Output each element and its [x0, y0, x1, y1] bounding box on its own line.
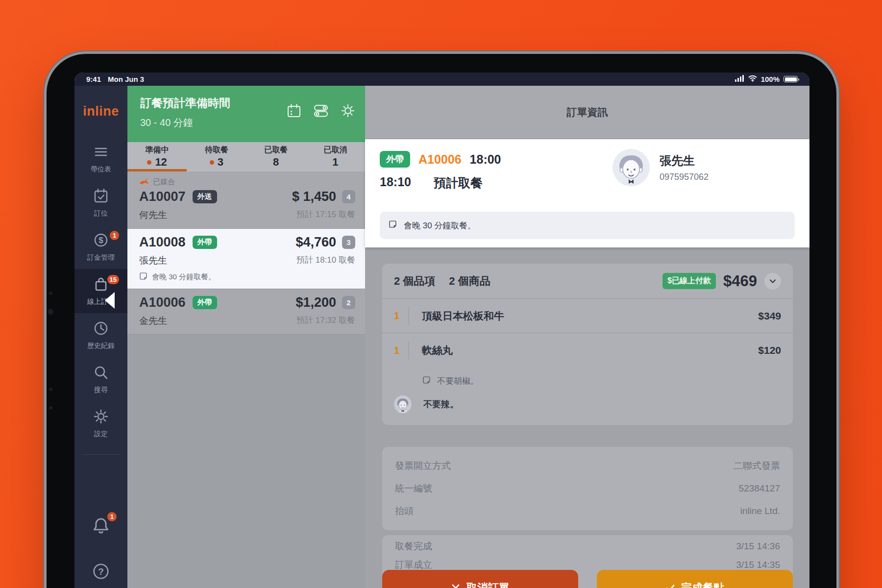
- order-row-a10008[interactable]: A10008 外帶 $4,760 3 張先生 預計 18:10 取餐: [127, 229, 365, 289]
- invoice-row: 抬頭 inline Ltd.: [395, 500, 780, 522]
- gear-icon[interactable]: [341, 103, 355, 120]
- pickup-eta: 預計 18:10 取餐: [296, 254, 355, 267]
- list-empty-area: [127, 335, 365, 588]
- check-icon: [665, 583, 675, 588]
- line-item-row: 1 軟絲丸 $120: [382, 333, 793, 368]
- order-id: A10006: [139, 295, 186, 310]
- sidebar-item-history[interactable]: 歷史紀錄: [74, 313, 127, 357]
- sidebar-divider: [81, 454, 121, 455]
- history-clock-icon: [93, 320, 109, 338]
- tab-preparing[interactable]: 準備中 12: [127, 142, 187, 172]
- deposit-badge: 1: [110, 231, 119, 240]
- pickup-eta: 預計 17:15 取餐: [296, 209, 355, 221]
- order-price: $1,200: [295, 295, 336, 310]
- chevron-down-icon: [769, 277, 777, 285]
- order-row-a10006[interactable]: A10006 外帶 $1,200 2 金先生 預計 17:32 取餐: [127, 289, 365, 335]
- order-list-panel: 訂餐預計準備時間 30 - 40 分鐘: [127, 86, 365, 588]
- selected-section-pointer: [105, 292, 115, 309]
- help-button[interactable]: ?: [74, 562, 127, 583]
- order-note-banner: 會晚 30 分鐘取餐。: [380, 212, 795, 239]
- wifi-icon: [748, 75, 757, 83]
- item-quantity: 1: [394, 345, 404, 356]
- timeline-row: 取餐完成 3/15 14:36: [395, 537, 780, 556]
- item-note-text: 不要胡椒。: [437, 375, 479, 387]
- order-row-a10007[interactable]: 已媒合 A10007 外送 $ 1,450 4 何先生 預計 17:15 取餐: [127, 172, 365, 229]
- divider: [409, 342, 409, 359]
- help-icon: ?: [92, 562, 110, 583]
- camera-dot: [49, 292, 52, 295]
- note-icon: [389, 220, 397, 231]
- search-icon: [93, 365, 109, 382]
- order-detail-panel: 訂單資訊 外帶 A10006 18:00 18:10 預計取餐: [365, 86, 809, 588]
- delivery-bird-icon: [139, 177, 148, 187]
- line-item-row: 1 頂級日本松板和牛 $349: [382, 299, 793, 333]
- toggles-settings-icon[interactable]: [314, 103, 328, 120]
- clock-date: Mon Jun 3: [108, 75, 144, 83]
- item-name: 軟絲丸: [422, 343, 453, 357]
- online-order-bag-icon: [93, 276, 109, 294]
- sidebar-item-search[interactable]: 搜尋: [74, 357, 127, 401]
- detail-customer-phone[interactable]: 0975957062: [660, 172, 709, 182]
- new-pickup-time: 18:10: [380, 175, 411, 191]
- detail-order-id: A10006: [418, 152, 462, 167]
- note-icon: [422, 376, 431, 387]
- expand-total-button[interactable]: [764, 273, 781, 290]
- order-type-badge: 外送: [193, 190, 217, 203]
- order-status-tabs: 準備中 12 待取餐 3 已取餐 8 已取消 1: [127, 142, 365, 172]
- sidebar-item-seating[interactable]: 帶位表: [74, 137, 127, 181]
- sidebar-item-deposits[interactable]: $ 1 訂金管理: [74, 225, 127, 269]
- alert-dot: [210, 160, 214, 165]
- notifications-button[interactable]: 1: [74, 516, 127, 537]
- x-icon: [451, 583, 461, 588]
- timeline-value: 3/15 14:36: [736, 541, 780, 552]
- item-price: $120: [758, 344, 781, 356]
- svg-text:?: ?: [98, 566, 104, 577]
- matched-label: 已媒合: [153, 177, 175, 187]
- sidebar-item-online-orders[interactable]: 15 線上訂餐: [74, 269, 127, 313]
- order-summary-row: 2 個品項 2 個商品 $已線上付款 $469: [382, 264, 793, 299]
- invoice-card: 發票開立方式 二聯式發票 統一編號 52384127 抬頭 inline Ltd…: [382, 447, 793, 530]
- complete-order-button[interactable]: 完成餐點: [597, 570, 793, 588]
- item-notes: 不要胡椒。: [382, 368, 793, 425]
- tab-cancelled[interactable]: 已取消 1: [306, 142, 365, 172]
- item-count-chip: 4: [342, 190, 355, 203]
- original-pickup-time: 18:00: [470, 152, 501, 167]
- reservation-calendar-icon: [93, 188, 109, 205]
- order-id: A10007: [139, 189, 186, 204]
- item-count: 2 個品項: [394, 274, 435, 289]
- customer-note-text: 不要辣。: [423, 398, 459, 410]
- sidebar-item-label: 設定: [94, 430, 108, 439]
- microphone-dot: [49, 388, 52, 391]
- customer-name: 何先生: [139, 209, 167, 221]
- order-type-badge: 外帶: [193, 236, 217, 249]
- sidebar: inline 帶位表 訂位: [74, 86, 127, 588]
- invoice-row: 發票開立方式 二聯式發票: [395, 455, 780, 477]
- tab-picked-up[interactable]: 已取餐 8: [246, 142, 306, 172]
- invoice-row: 統一編號 52384127: [395, 477, 780, 500]
- svg-text:$: $: [98, 236, 103, 245]
- pickup-eta: 預計 17:32 取餐: [296, 315, 355, 327]
- order-price: $ 1,450: [292, 189, 336, 204]
- microphone-dot: [49, 406, 52, 410]
- online-orders-badge: 15: [107, 275, 119, 284]
- note-icon: [139, 272, 147, 282]
- customer-info: 張先生 0975957062: [612, 149, 709, 186]
- calendar-icon[interactable]: [287, 103, 301, 120]
- divider: [409, 307, 409, 325]
- invoice-label: 發票開立方式: [395, 460, 451, 472]
- item-name: 頂級日本松板和牛: [422, 309, 504, 323]
- order-note: 會晚 30 分鐘取餐。: [152, 272, 216, 282]
- settings-gear-icon: [93, 409, 109, 426]
- detail-dimmed-content: 2 個品項 2 個商品 $已線上付款 $469: [365, 247, 809, 588]
- items-summary-card: 2 個品項 2 個商品 $已線上付款 $469: [382, 264, 793, 425]
- sidebar-item-settings[interactable]: 設定: [74, 401, 127, 445]
- cellular-signal-icon: [735, 75, 744, 83]
- order-type-badge: 外帶: [380, 151, 410, 168]
- item-price: $349: [758, 310, 781, 322]
- tab-ready-for-pickup[interactable]: 待取餐 3: [187, 142, 246, 172]
- sidebar-item-label: 搜尋: [94, 386, 108, 394]
- cancel-order-button[interactable]: 取消訂單: [382, 570, 578, 588]
- sidebar-item-reservations[interactable]: 訂位: [74, 181, 127, 225]
- item-quantity: 1: [394, 310, 404, 321]
- deposit-dollar-icon: $: [93, 232, 109, 249]
